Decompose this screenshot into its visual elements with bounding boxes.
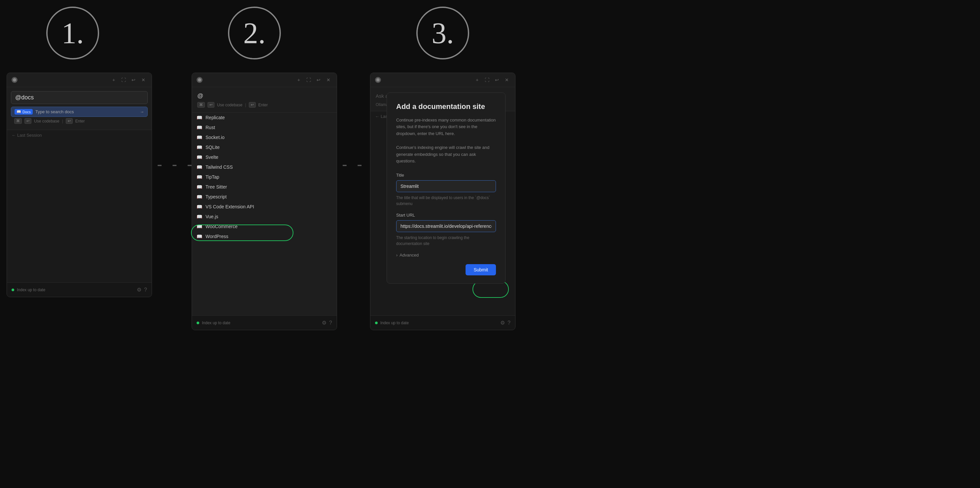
- kbd-cmd: ⌘: [14, 118, 22, 124]
- status-dot-1: [11, 288, 14, 291]
- panel-1-add-button[interactable]: +: [110, 76, 117, 84]
- settings-icon-1[interactable]: ⚙: [137, 287, 142, 293]
- panel-2-logo-icon: [197, 77, 202, 83]
- panel-2-history-button[interactable]: ↩: [315, 76, 322, 84]
- menu-item-label: VS Code Extension API: [205, 204, 254, 209]
- book-icon-socketio: 📖: [197, 135, 202, 140]
- panel-3-logo-icon: [375, 77, 381, 83]
- panel-2: + ⛶ ↩ ✕ @ ⌘ ↩ Use codebase | ↩ Enter 📖 R…: [192, 73, 337, 330]
- settings-icon-3[interactable]: ⚙: [500, 320, 505, 326]
- book-icon-rust: 📖: [197, 125, 202, 130]
- panel-3-close-button[interactable]: ✕: [503, 76, 511, 84]
- shortcut-area-2: ⌘ ↩ Use codebase | ↩ Enter: [196, 101, 333, 109]
- dropdown-item-treesitter[interactable]: 📖 Tree Sitter: [192, 182, 337, 192]
- dropdown-item-replicate[interactable]: 📖 Replicate: [192, 112, 337, 122]
- docs-badge: 📖 Docs: [14, 109, 33, 114]
- panel-3-status-bar: Index up to date ⚙ ?: [371, 315, 515, 330]
- last-session-1[interactable]: ← Last Session: [7, 130, 152, 140]
- menu-item-label: Rust: [205, 125, 215, 130]
- shortcut-area-1: ⌘ ↩ Use codebase | ↩ Enter: [11, 117, 148, 126]
- dropdown-menu: 📖 Replicate 📖 Rust 📖 Socket.io 📖 SQLite …: [192, 112, 337, 318]
- step-1-circle: 1.: [46, 6, 99, 59]
- panel-1-status-bar: Index up to date ⚙ ?: [7, 282, 152, 297]
- history-icon-3: ↩: [495, 77, 499, 82]
- panel-3-history-button[interactable]: ↩: [493, 76, 501, 84]
- kbd-return-2: ↩: [207, 102, 215, 108]
- panel-2-maximize-button[interactable]: ⛶: [305, 76, 312, 84]
- book-icon-sqlite: 📖: [197, 145, 202, 150]
- panel-3-header: + ⛶ ↩ ✕: [371, 73, 515, 87]
- step-3-circle: 3.: [416, 6, 469, 59]
- settings-icon-2[interactable]: ⚙: [322, 320, 326, 326]
- panel-1-close-button[interactable]: ✕: [140, 76, 147, 84]
- book-icon-treesitter: 📖: [197, 184, 202, 190]
- kbd-enter: ↩: [66, 118, 73, 124]
- panel-2-add-button[interactable]: +: [295, 76, 302, 84]
- dialog-url-input[interactable]: [396, 220, 496, 232]
- dropdown-item-woocommerce[interactable]: 📖 WooCommerce: [192, 222, 337, 231]
- plus-icon: +: [112, 77, 115, 82]
- help-icon-3[interactable]: ?: [508, 320, 511, 326]
- step-1-label: 1.: [62, 16, 84, 50]
- help-icon-2[interactable]: ?: [329, 320, 332, 326]
- enter-label-2: Enter: [258, 103, 268, 107]
- use-codebase-label: Use codebase: [34, 119, 59, 124]
- book-icon-tailwind: 📖: [197, 165, 202, 170]
- plus-icon-3: +: [476, 77, 479, 82]
- docs-suggestion-text: Type to search docs: [35, 109, 137, 114]
- dialog-title-input[interactable]: [396, 180, 496, 192]
- status-text-1: Index up to date: [17, 288, 134, 292]
- step-2-label: 2.: [243, 16, 266, 50]
- dropdown-item-vuejs[interactable]: 📖 Vue.js: [192, 212, 337, 222]
- menu-item-label: Tailwind CSS: [205, 165, 232, 170]
- dropdown-item-typescript[interactable]: 📖 Typescript: [192, 192, 337, 202]
- dropdown-item-tailwind[interactable]: 📖 Tailwind CSS: [192, 162, 337, 172]
- maximize-icon-3: ⛶: [485, 77, 489, 82]
- last-session-arrow-3: ←: [375, 114, 379, 119]
- help-icon-1[interactable]: ?: [144, 287, 147, 293]
- dialog-submit-button[interactable]: Submit: [466, 264, 496, 276]
- panel-3-add-button[interactable]: +: [474, 76, 481, 84]
- book-icon-vuejs: 📖: [197, 214, 202, 219]
- status-text-2: Index up to date: [202, 321, 319, 325]
- menu-item-label: SQLite: [205, 145, 220, 150]
- at-symbol: @: [196, 90, 333, 101]
- chevron-down-icon: ›: [396, 253, 398, 258]
- panel-2-close-button[interactable]: ✕: [325, 76, 332, 84]
- menu-item-label: WooCommerce: [205, 224, 237, 229]
- menu-item-label: Socket.io: [205, 135, 225, 140]
- book-icon-tiptap: 📖: [197, 174, 202, 180]
- menu-item-label: TipTap: [205, 174, 220, 180]
- status-text-3: Index up to date: [380, 321, 498, 325]
- dropdown-item-rust[interactable]: 📖 Rust: [192, 122, 337, 132]
- panel-1-search-input[interactable]: [11, 91, 148, 104]
- dropdown-item-socketio[interactable]: 📖 Socket.io: [192, 132, 337, 142]
- history-icon: ↩: [132, 77, 135, 82]
- dropdown-item-vscode[interactable]: 📖 VS Code Extension API: [192, 202, 337, 212]
- menu-item-label: Replicate: [205, 115, 225, 120]
- last-session-arrow: ←: [11, 133, 16, 138]
- dropdown-item-tiptap[interactable]: 📖 TipTap: [192, 172, 337, 182]
- book-icon-svelte: 📖: [197, 155, 202, 160]
- panel-1-header: + ⛶ ↩ ✕: [7, 73, 152, 87]
- dropdown-item-svelte[interactable]: 📖 Svelte: [192, 152, 337, 162]
- step-2-circle: 2.: [228, 6, 281, 59]
- panel-3-maximize-button[interactable]: ⛶: [484, 76, 491, 84]
- dialog-url-label: Start URL: [396, 212, 496, 218]
- menu-item-label: Typescript: [205, 194, 227, 200]
- panel-1-maximize-button[interactable]: ⛶: [120, 76, 127, 84]
- book-icon-wordpress: 📖: [197, 234, 202, 239]
- close-icon: ✕: [142, 77, 145, 82]
- dialog-url-hint: The starting location to begin crawling …: [396, 235, 496, 247]
- panel-1-history-button[interactable]: ↩: [130, 76, 137, 84]
- panel-1-input-area: 📖 Docs Type to search docs → ⌘ ↩ Use cod…: [7, 87, 152, 130]
- book-icon-typescript: 📖: [197, 194, 202, 200]
- menu-item-label: Vue.js: [205, 214, 218, 219]
- plus-icon-2: +: [298, 77, 300, 82]
- book-icon-woocommerce: 📖: [197, 224, 202, 229]
- dropdown-item-wordpress[interactable]: 📖 WordPress: [192, 231, 337, 241]
- dialog-advanced-toggle[interactable]: › Advanced: [396, 253, 496, 258]
- docs-suggestion[interactable]: 📖 Docs Type to search docs →: [11, 107, 148, 117]
- panel-2-header: + ⛶ ↩ ✕: [192, 73, 337, 87]
- dropdown-item-sqlite[interactable]: 📖 SQLite: [192, 142, 337, 152]
